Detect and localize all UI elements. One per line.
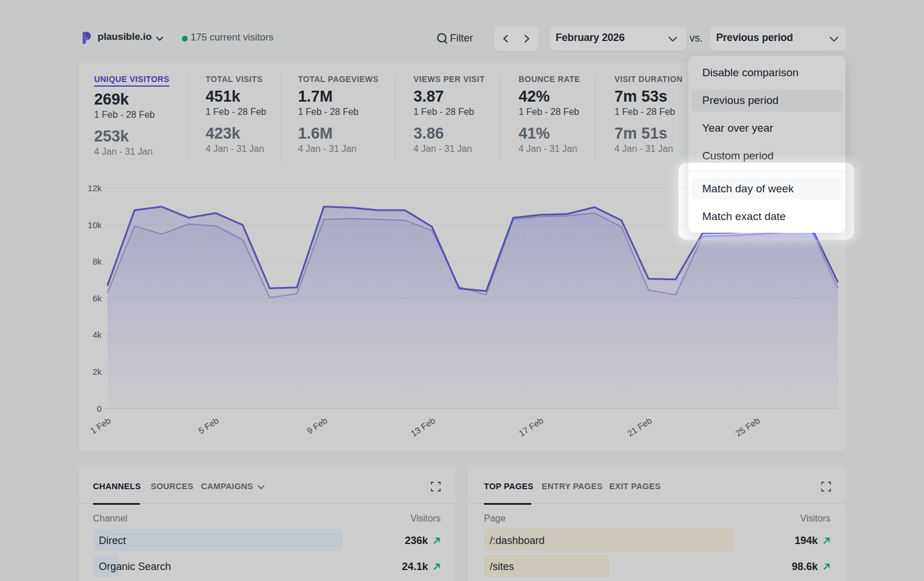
svg-text:0: 0	[97, 404, 102, 414]
svg-text:4k: 4k	[92, 330, 102, 340]
svg-text:5 Feb: 5 Feb	[196, 415, 220, 435]
svg-text:12k: 12k	[88, 183, 102, 193]
svg-text:21 Feb: 21 Feb	[625, 415, 653, 438]
svg-text:2k: 2k	[92, 367, 102, 377]
svg-text:13 Feb: 13 Feb	[409, 415, 437, 438]
svg-text:6k: 6k	[92, 293, 102, 303]
svg-text:10k: 10k	[88, 220, 102, 230]
svg-text:17 Feb: 17 Feb	[517, 415, 545, 438]
svg-text:25 Feb: 25 Feb	[733, 415, 761, 438]
svg-text:9 Feb: 9 Feb	[305, 415, 329, 435]
svg-text:8k: 8k	[92, 256, 102, 266]
svg-text:1 Feb: 1 Feb	[88, 415, 112, 435]
